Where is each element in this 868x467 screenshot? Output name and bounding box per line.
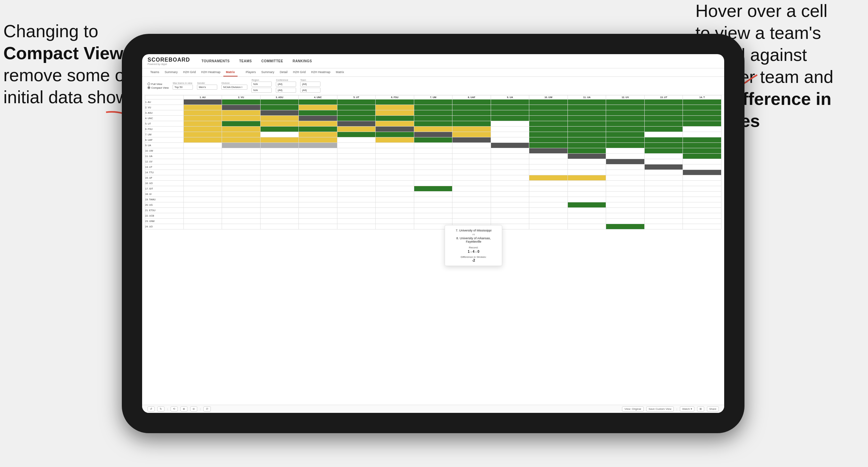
reset-button[interactable]: ⟲ <box>171 406 178 412</box>
matrix-cell[interactable] <box>567 170 606 175</box>
matrix-cell[interactable] <box>183 224 222 229</box>
matrix-cell[interactable] <box>452 116 491 121</box>
matrix-cell[interactable] <box>491 154 529 159</box>
matrix-cell[interactable] <box>683 224 721 229</box>
matrix-cell[interactable] <box>260 213 299 219</box>
matrix-cell[interactable] <box>299 159 337 164</box>
matrix-cell[interactable] <box>376 186 414 192</box>
matrix-cell[interactable] <box>337 224 376 229</box>
matrix-cell[interactable] <box>606 154 645 159</box>
matrix-cell[interactable] <box>567 105 606 110</box>
matrix-cell[interactable] <box>260 181 299 186</box>
matrix-cell[interactable] <box>452 110 491 116</box>
matrix-cell[interactable] <box>606 170 645 175</box>
matrix-cell[interactable] <box>606 192 645 197</box>
matrix-cell[interactable] <box>222 148 261 154</box>
matrix-cell[interactable] <box>491 164 529 170</box>
matrix-cell[interactable] <box>299 175 337 181</box>
compact-view-radio[interactable] <box>148 86 150 89</box>
matrix-cell[interactable] <box>491 137 529 143</box>
matrix-cell[interactable] <box>260 224 299 229</box>
timer-button[interactable]: ⏱ <box>203 406 211 412</box>
matrix-cell[interactable] <box>567 175 606 181</box>
matrix-cell[interactable] <box>491 186 529 192</box>
matrix-cell[interactable] <box>337 192 376 197</box>
matrix-cell[interactable] <box>376 159 414 164</box>
matrix-cell[interactable] <box>683 143 721 148</box>
matrix-cell[interactable] <box>414 213 452 219</box>
matrix-cell[interactable] <box>299 148 337 154</box>
matrix-cell[interactable] <box>683 148 721 154</box>
matrix-cell[interactable] <box>337 143 376 148</box>
matrix-cell[interactable] <box>414 137 452 143</box>
matrix-cell[interactable] <box>376 137 414 143</box>
matrix-cell[interactable] <box>683 121 721 127</box>
matrix-cell[interactable] <box>183 186 222 192</box>
matrix-cell[interactable] <box>683 105 721 110</box>
matrix-cell[interactable] <box>414 175 452 181</box>
matrix-cell[interactable] <box>222 159 261 164</box>
team-select-2[interactable]: (All) <box>300 88 320 93</box>
matrix-cell[interactable] <box>376 154 414 159</box>
matrix-cell[interactable] <box>452 219 491 224</box>
matrix-cell[interactable] <box>376 170 414 175</box>
matrix-cell[interactable] <box>644 192 683 197</box>
matrix-cell[interactable] <box>299 132 337 137</box>
matrix-cell[interactable] <box>529 154 568 159</box>
matrix-cell[interactable] <box>606 202 645 208</box>
matrix-cell[interactable] <box>299 105 337 110</box>
matrix-cell[interactable] <box>183 192 222 197</box>
matrix-cell[interactable] <box>376 121 414 127</box>
matrix-cell[interactable] <box>567 121 606 127</box>
matrix-cell[interactable] <box>222 110 261 116</box>
matrix-cell[interactable] <box>222 213 261 219</box>
matrix-cell[interactable] <box>529 116 568 121</box>
matrix-cell[interactable] <box>491 132 529 137</box>
matrix-cell[interactable] <box>567 202 606 208</box>
matrix-cell[interactable] <box>683 175 721 181</box>
matrix-cell[interactable] <box>452 99 491 105</box>
matrix-cell[interactable] <box>683 186 721 192</box>
matrix-cell[interactable] <box>337 148 376 154</box>
matrix-cell[interactable] <box>376 116 414 121</box>
matrix-cell[interactable] <box>376 132 414 137</box>
matrix-cell[interactable] <box>299 181 337 186</box>
matrix-cell[interactable] <box>414 148 452 154</box>
matrix-cell[interactable] <box>683 219 721 224</box>
matrix-cell[interactable] <box>606 213 645 219</box>
matrix-cell[interactable] <box>299 202 337 208</box>
matrix-cell[interactable] <box>529 219 568 224</box>
matrix-cell[interactable] <box>183 164 222 170</box>
matrix-cell[interactable] <box>414 116 452 121</box>
matrix-cell[interactable] <box>414 127 452 132</box>
matrix-cell[interactable] <box>260 137 299 143</box>
sub-tab-h2h-heatmap[interactable]: H2H Heatmap <box>199 68 223 76</box>
matrix-cell[interactable] <box>567 224 606 229</box>
matrix-cell[interactable] <box>222 208 261 213</box>
matrix-cell[interactable] <box>260 148 299 154</box>
matrix-cell[interactable] <box>644 105 683 110</box>
matrix-cell[interactable] <box>452 192 491 197</box>
matrix-cell[interactable] <box>644 213 683 219</box>
matrix-cell[interactable] <box>260 186 299 192</box>
matrix-cell[interactable] <box>644 219 683 224</box>
matrix-cell[interactable] <box>529 202 568 208</box>
matrix-cell[interactable] <box>644 143 683 148</box>
matrix-cell[interactable] <box>606 224 645 229</box>
matrix-cell[interactable] <box>529 224 568 229</box>
matrix-cell[interactable] <box>260 175 299 181</box>
matrix-cell[interactable] <box>606 132 645 137</box>
sub-tab-h2h-heatmap2[interactable]: H2H Heatmap <box>308 68 333 76</box>
matrix-cell[interactable] <box>337 213 376 219</box>
matrix-cell[interactable] <box>222 116 261 121</box>
matrix-cell[interactable] <box>452 159 491 164</box>
matrix-cell[interactable] <box>183 127 222 132</box>
matrix-cell[interactable] <box>452 164 491 170</box>
matrix-cell[interactable] <box>414 208 452 213</box>
full-view-option[interactable]: Full View <box>148 83 169 86</box>
matrix-cell[interactable] <box>644 224 683 229</box>
matrix-cell[interactable] <box>644 121 683 127</box>
matrix-cell[interactable] <box>567 192 606 197</box>
matrix-cell[interactable] <box>491 99 529 105</box>
matrix-cell[interactable] <box>452 121 491 127</box>
